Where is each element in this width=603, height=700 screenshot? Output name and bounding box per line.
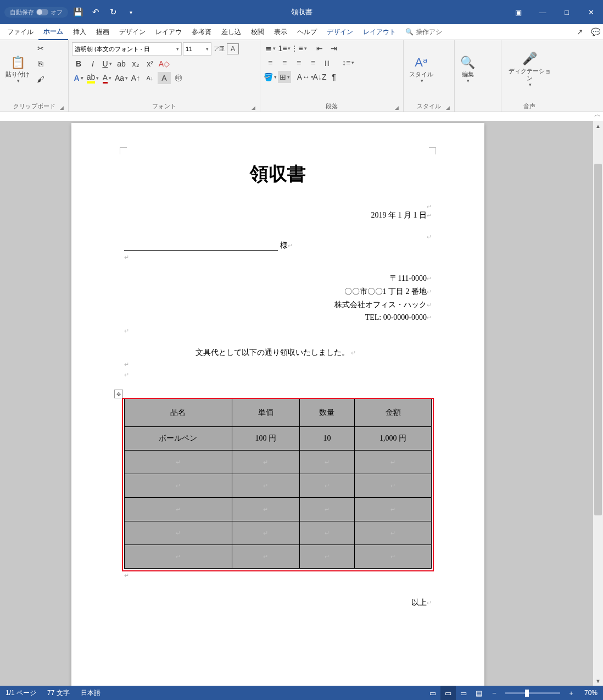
tab-references[interactable]: 参考資 bbox=[187, 25, 216, 40]
highlight-icon[interactable]: ab▾ bbox=[86, 72, 99, 84]
align-center-icon[interactable]: ≡ bbox=[278, 57, 291, 69]
close-icon[interactable]: ✕ bbox=[579, 0, 603, 24]
clipboard-group-label: クリップボード bbox=[13, 103, 55, 109]
undo-icon[interactable]: ↶ bbox=[88, 4, 103, 20]
save-icon[interactable]: 💾 bbox=[70, 4, 86, 20]
dictation-label: ディクテーション bbox=[507, 68, 552, 82]
ribbon-options-icon[interactable]: ▣ bbox=[506, 0, 531, 24]
character-border-icon[interactable]: A bbox=[227, 43, 239, 54]
strikethrough-icon[interactable]: ab bbox=[115, 58, 128, 70]
search-icon: 🔍 bbox=[405, 28, 414, 36]
numbering-icon[interactable]: 1≡▾ bbox=[278, 42, 291, 54]
borders-icon[interactable]: ⊞▾ bbox=[278, 71, 291, 83]
tab-home[interactable]: ホーム bbox=[38, 24, 68, 40]
font-color-icon[interactable]: A▾ bbox=[101, 72, 114, 84]
editing-group-label bbox=[458, 103, 498, 112]
show-marks-icon[interactable]: ¶ bbox=[327, 71, 340, 83]
italic-icon[interactable]: I bbox=[86, 58, 99, 70]
autosave-switch-icon bbox=[36, 9, 48, 15]
tab-review[interactable]: 校閲 bbox=[246, 25, 269, 40]
styles-icon: Aᵃ bbox=[415, 55, 428, 70]
tell-me-search[interactable]: 🔍 操作アシ bbox=[401, 27, 446, 37]
enclose-characters-icon[interactable]: ㊞ bbox=[172, 72, 185, 84]
autosave-state: オフ bbox=[51, 8, 63, 16]
ribbon-tabs: ファイル ホーム 挿入 描画 デザイン レイアウ 参考資 差し込 校閲 表示 ヘ… bbox=[0, 24, 603, 40]
redo-icon[interactable]: ↻ bbox=[105, 4, 121, 20]
clear-formatting-icon[interactable]: A◇ bbox=[158, 58, 171, 70]
tab-table-layout[interactable]: レイアウト bbox=[358, 25, 401, 40]
collapse-ribbon-icon[interactable]: ︿ bbox=[594, 110, 601, 112]
launcher-icon[interactable]: ◢ bbox=[395, 105, 399, 110]
editing-label: 編集 bbox=[462, 71, 474, 78]
tab-design[interactable]: デザイン bbox=[114, 25, 150, 40]
font-family-combo[interactable]: 游明朝 (本文のフォント - 日▾ bbox=[72, 42, 182, 55]
launcher-icon[interactable]: ◢ bbox=[60, 105, 64, 110]
phonetic-guide-icon[interactable]: ア亜 bbox=[213, 43, 226, 55]
maximize-icon[interactable]: □ bbox=[555, 0, 579, 24]
launcher-icon[interactable]: ◢ bbox=[252, 105, 255, 110]
tab-layout[interactable]: レイアウ bbox=[150, 25, 187, 40]
tab-draw[interactable]: 描画 bbox=[91, 25, 114, 40]
justify-icon[interactable]: ≡ bbox=[306, 57, 320, 69]
microphone-icon: 🎤 bbox=[522, 52, 537, 66]
tab-help[interactable]: ヘルプ bbox=[292, 25, 322, 40]
autosave-toggle[interactable]: 自動保存 オフ bbox=[4, 7, 68, 18]
comments-icon[interactable]: 💬 bbox=[588, 27, 603, 36]
find-icon: 🔍 bbox=[460, 55, 475, 70]
line-spacing-icon[interactable]: ↕≡▾ bbox=[342, 57, 355, 69]
launcher-icon[interactable]: ◢ bbox=[446, 105, 450, 110]
editing-button[interactable]: 🔍 編集 ▾ bbox=[458, 42, 477, 97]
distributed-icon[interactable]: ⫼ bbox=[321, 57, 334, 69]
qat-customize-icon[interactable]: ▾ bbox=[123, 4, 138, 20]
subscript-icon[interactable]: x₂ bbox=[129, 58, 142, 70]
tell-me-label: 操作アシ bbox=[416, 27, 442, 37]
cut-icon[interactable]: ✂ bbox=[34, 42, 47, 54]
character-shading-icon[interactable]: A bbox=[158, 72, 171, 84]
align-right-icon[interactable]: ≡ bbox=[292, 57, 305, 69]
styles-button[interactable]: Aᵃ スタイル ▾ bbox=[407, 42, 436, 97]
copy-icon[interactable]: ⎘ bbox=[34, 58, 47, 70]
paste-label: 貼り付け bbox=[5, 71, 30, 78]
title-bar: 自動保存 オフ 💾 ↶ ↻ ▾ 領収書 ▣ — □ ✕ bbox=[0, 0, 603, 24]
minimize-icon[interactable]: — bbox=[531, 0, 555, 24]
styles-group-label: スタイル bbox=[417, 103, 441, 109]
paste-icon: 📋 bbox=[10, 55, 25, 70]
superscript-icon[interactable]: x² bbox=[143, 58, 157, 70]
underline-icon[interactable]: U▾ bbox=[101, 58, 114, 70]
char-scaling-icon[interactable]: A↔▾ bbox=[299, 71, 312, 83]
increase-indent-icon[interactable]: ⇥ bbox=[327, 42, 340, 54]
bold-icon[interactable]: B bbox=[72, 58, 85, 70]
format-painter-icon[interactable]: 🖌 bbox=[34, 73, 47, 85]
share-icon[interactable]: ↗ bbox=[572, 27, 588, 36]
align-left-icon[interactable]: ≡ bbox=[264, 57, 277, 69]
decrease-indent-icon[interactable]: ⇤ bbox=[313, 42, 326, 54]
ribbon: 📋 貼り付け ▾ ✂ ⎘ 🖌 クリップボード◢ 游明朝 (本文のフォント - 日… bbox=[0, 40, 603, 112]
tab-insert[interactable]: 挿入 bbox=[68, 25, 91, 40]
multilevel-list-icon[interactable]: ⋮≡▾ bbox=[292, 42, 305, 54]
autosave-label: 自動保存 bbox=[10, 8, 34, 16]
font-group-label: フォント bbox=[152, 103, 176, 109]
sort-icon[interactable]: A↓Z bbox=[313, 71, 326, 83]
tab-mailings[interactable]: 差し込 bbox=[216, 25, 246, 40]
paste-button[interactable]: 📋 貼り付け ▾ bbox=[3, 42, 32, 97]
tab-view[interactable]: 表示 bbox=[269, 25, 292, 40]
dictation-button[interactable]: 🎤 ディクテーション ▾ bbox=[505, 42, 554, 97]
font-size-value: 11 bbox=[186, 46, 192, 52]
font-size-combo[interactable]: 11▾ bbox=[183, 42, 211, 55]
tab-file[interactable]: ファイル bbox=[2, 25, 38, 40]
tab-table-design[interactable]: デザイン bbox=[322, 25, 358, 40]
voice-group-label: 音声 bbox=[523, 103, 535, 109]
bullets-icon[interactable]: ≣▾ bbox=[264, 42, 277, 54]
shrink-font-icon[interactable]: A↓ bbox=[143, 72, 157, 84]
styles-label: スタイル bbox=[409, 71, 433, 78]
change-case-icon[interactable]: Aa▾ bbox=[115, 72, 128, 84]
font-family-value: 游明朝 (本文のフォント - 日 bbox=[75, 45, 150, 53]
paragraph-group-label: 段落 bbox=[326, 103, 338, 109]
chevron-down-icon: ▾ bbox=[17, 78, 20, 84]
text-effects-icon[interactable]: A▾ bbox=[72, 72, 85, 84]
grow-font-icon[interactable]: A↑ bbox=[129, 72, 142, 84]
shading-icon[interactable]: 🪣▾ bbox=[264, 71, 277, 83]
